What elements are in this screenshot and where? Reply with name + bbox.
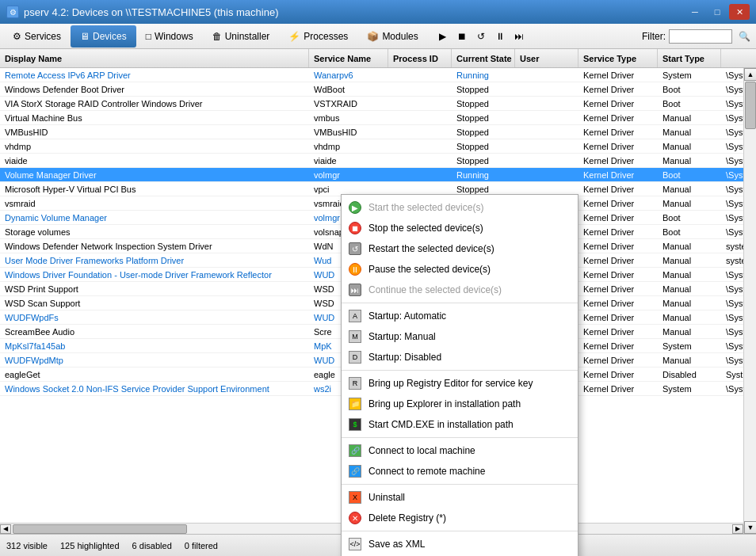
col-header-state[interactable]: Current State [452, 49, 515, 67]
pause-icon[interactable]: ⏸ [491, 28, 509, 45]
cell-display: eagleGet [0, 367, 309, 381]
uninstall-icon: X [348, 490, 362, 505]
cell-stype: Kernel Driver [578, 382, 658, 395]
cell-display: Storage volumes [0, 225, 309, 238]
cell-service: volmgr [309, 168, 388, 181]
tab-devices[interactable]: 🖥 Devices [71, 25, 136, 48]
maximize-button[interactable]: □ [707, 4, 727, 20]
cell-service: vmbus [309, 111, 388, 124]
cell-pid [388, 125, 452, 139]
cell-stype: Kernel Driver [578, 353, 658, 367]
hscroll-thumb[interactable] [13, 524, 187, 534]
vertical-scrollbar[interactable]: ▲ ▼ [743, 68, 756, 534]
close-button[interactable]: ✕ [729, 4, 750, 20]
table-row[interactable]: viaide viaide Stopped Kernel Driver Manu… [0, 154, 756, 168]
context-menu-item-cmd[interactable]: $ Start CMD.EXE in installation path [342, 414, 578, 435]
cell-pid [388, 139, 452, 153]
cell-stype: Kernel Driver [578, 196, 658, 210]
scroll-right-button[interactable]: ▶ [732, 524, 743, 534]
processes-icon: ⚡ [288, 31, 300, 42]
scroll-down-button[interactable]: ▼ [744, 521, 756, 534]
cell-state: Stopped [452, 139, 515, 153]
cell-display: WSD Print Support [0, 282, 309, 295]
status-filtered: 0 filtered [185, 541, 218, 550]
cell-service: Wanarpv6 [309, 68, 388, 82]
ctx-label-registry: Bring up Registry Editor for service key [368, 378, 533, 389]
context-menu-item-explorer[interactable]: 📁 Bring up Explorer in installation path [342, 394, 578, 414]
stop-icon[interactable]: ⏹ [453, 28, 471, 45]
context-menu-item-delete_reg[interactable]: ✕ Delete Registry (*) [342, 508, 578, 528]
cell-pid [388, 82, 452, 96]
scroll-up-button[interactable]: ▲ [744, 68, 756, 81]
cell-display: Remote Access IPv6 ARP Driver [0, 68, 309, 82]
cell-pid [388, 111, 452, 124]
cell-state: Stopped [452, 82, 515, 96]
table-row[interactable]: VMBusHID VMBusHID Stopped Kernel Driver … [0, 125, 756, 139]
tab-windows[interactable]: □ Windows [136, 25, 203, 48]
cell-stype: Kernel Driver [578, 168, 658, 181]
tab-services[interactable]: ⚙ Services [3, 25, 71, 48]
startup_disabled-icon: D [348, 350, 362, 364]
cell-start: Manual [658, 125, 721, 139]
restart-icon[interactable]: ↺ [472, 28, 490, 45]
cell-user [515, 154, 578, 167]
context-menu-item-connect_local[interactable]: 🔗 Connect to local machine [342, 440, 578, 461]
tab-modules[interactable]: 📦 Modules [357, 25, 427, 48]
cell-display: Windows Defender Boot Driver [0, 82, 309, 96]
context-menu-item-registry[interactable]: R Bring up Registry Editor for service k… [342, 373, 578, 394]
tab-uninstaller[interactable]: 🗑 Uninstaller [203, 25, 280, 48]
col-header-display[interactable]: Display Name [0, 49, 309, 67]
context-menu-item-stop[interactable]: ⏹ Stop the selected device(s) [342, 218, 578, 238]
context-menu-item-pause[interactable]: ⏸ Pause the selected device(s) [342, 259, 578, 280]
ctx-label-save_xml: Save as XML [368, 539, 425, 550]
table-row[interactable]: Remote Access IPv6 ARP Driver Wanarpv6 R… [0, 68, 756, 82]
table-row[interactable]: Volume Manager Driver volmgr Running Ker… [0, 168, 756, 182]
devices-icon: 🖥 [80, 31, 90, 42]
col-header-pid[interactable]: Process ID [388, 49, 452, 67]
context-menu-item-restart[interactable]: ↺ Restart the selected device(s) [342, 238, 578, 259]
toolbar: ⚙ Services 🖥 Devices □ Windows 🗑 Uninsta… [0, 24, 756, 49]
minimize-button[interactable]: ─ [685, 4, 705, 20]
ctx-label-restart: Restart the selected device(s) [368, 243, 494, 254]
context-menu-item-startup_auto[interactable]: A Startup: Automatic [342, 306, 578, 326]
play-icon[interactable]: ▶ [434, 28, 452, 45]
scroll-left-button[interactable]: ◀ [0, 524, 11, 534]
cell-display: VIA StorX Storage RAID Controller Window… [0, 97, 309, 110]
cell-start: System [658, 339, 721, 352]
col-header-user[interactable]: User [515, 49, 578, 67]
cell-display: Windows Socket 2.0 Non-IFS Service Provi… [0, 382, 309, 395]
col-header-start[interactable]: Start Type [658, 49, 721, 67]
context-menu-separator [342, 370, 578, 371]
cell-display: WUDFWpdFs [0, 310, 309, 324]
table-row[interactable]: Virtual Machine Bus vmbus Stopped Kernel… [0, 111, 756, 125]
cell-stype: Kernel Driver [578, 97, 658, 110]
continue-icon: ⏭ [348, 283, 362, 297]
cell-user [515, 168, 578, 181]
save_xml-icon: </> [348, 537, 362, 551]
context-menu-item-startup_manual[interactable]: M Startup: Manual [342, 326, 578, 347]
tab-processes[interactable]: ⚡ Processes [279, 25, 357, 48]
app-window: ⚙ pserv 4.2: Devices on \\TESTMACHINE5 (… [0, 0, 756, 556]
col-header-stype[interactable]: Service Type [578, 49, 658, 67]
cell-stype: Kernel Driver [578, 310, 658, 324]
col-header-service[interactable]: Service Name [309, 49, 388, 67]
filter-icon[interactable]: 🔍 [735, 28, 753, 45]
connect_remote-icon: 🔗 [348, 464, 362, 478]
table-row[interactable]: Windows Defender Boot Driver WdBoot Stop… [0, 82, 756, 97]
cell-display: WUDFWpdMtp [0, 353, 309, 367]
table-row[interactable]: vhdmp vhdmp Stopped Kernel Driver Manual… [0, 139, 756, 154]
continue-icon[interactable]: ⏭ [510, 28, 528, 45]
context-menu-item-uninstall[interactable]: X Uninstall [342, 487, 578, 508]
table-row[interactable]: VIA StorX Storage RAID Controller Window… [0, 97, 756, 111]
cell-display: vsmraid [0, 196, 309, 210]
context-menu-item-startup_disabled[interactable]: D Startup: Disabled [342, 347, 578, 367]
cell-pid [388, 154, 452, 167]
cell-display: vhdmp [0, 139, 309, 153]
context-menu-item-save_xml[interactable]: </> Save as XML [342, 534, 578, 554]
cell-start: Manual [658, 282, 721, 295]
cell-pid [388, 97, 452, 110]
scroll-thumb[interactable] [745, 82, 756, 129]
cell-stype: Kernel Driver [578, 125, 658, 139]
context-menu-item-connect_remote[interactable]: 🔗 Connect to remote machine [342, 461, 578, 482]
filter-input[interactable] [669, 29, 732, 44]
